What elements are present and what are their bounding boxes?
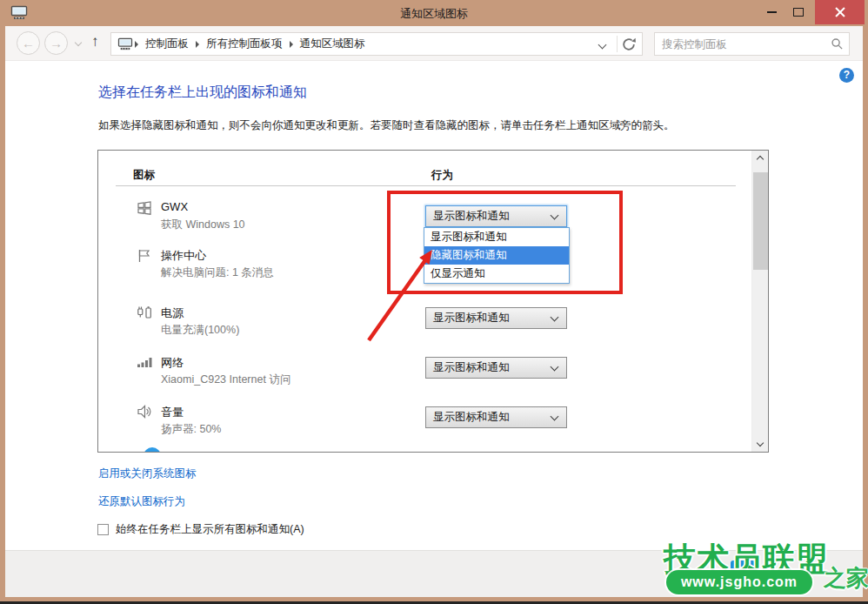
- minimize-button[interactable]: [758, 0, 785, 24]
- volume-icon: [136, 403, 153, 420]
- breadcrumb-control-panel[interactable]: 控制面板: [140, 37, 194, 51]
- scroll-down-button[interactable]: [752, 437, 769, 452]
- window-title: 通知区域图标: [0, 6, 868, 22]
- list-scrollbar[interactable]: [751, 151, 768, 452]
- always-show-checkbox-row[interactable]: 始终在任务栏上显示所有图标和通知(A): [97, 522, 304, 537]
- navigation-bar: ← → ↑ 控制面板 所有控制面板项 通知区域图标: [5, 26, 863, 61]
- checkbox-label[interactable]: 始终在任务栏上显示所有图标和通知(A): [116, 522, 304, 537]
- dropdown-option-notifications-only[interactable]: 仅显示通知: [424, 265, 569, 283]
- chevron-down-icon: [757, 440, 764, 446]
- item-name: 操作中心: [161, 248, 206, 264]
- control-panel-icon-svg: [117, 37, 133, 50]
- search-icon[interactable]: [831, 37, 844, 50]
- content-area: ? 选择在任务栏上出现的图标和通知 如果选择隐藏图标和通知，则不会向你通知更改和…: [5, 61, 863, 597]
- title-bar: 通知区域图标: [0, 0, 868, 26]
- item-name: 音量: [161, 405, 184, 420]
- refresh-icon: [621, 37, 637, 52]
- icon-behavior-list: 图标 行为 GWX 获取 Windows 10 显示图标和通知: [97, 150, 769, 453]
- item-name: GWX: [161, 200, 188, 213]
- minimize-icon: [767, 11, 777, 13]
- item-description: 扬声器: 50%: [161, 422, 221, 437]
- dropdown-value: 显示图标和通知: [433, 411, 510, 423]
- header-divider: [116, 185, 736, 186]
- close-button[interactable]: [815, 0, 865, 24]
- breadcrumb-separator-icon: [135, 41, 138, 48]
- back-button[interactable]: ←: [17, 31, 40, 55]
- breadcrumb-notification-icons[interactable]: 通知区域图标: [295, 37, 371, 51]
- link-system-icons[interactable]: 启用或关闭系统图标: [98, 466, 197, 481]
- dropdown-value: 显示图标和通知: [433, 361, 510, 373]
- chevron-up-icon: [757, 156, 764, 163]
- watermark-suffix: 之家: [824, 563, 868, 594]
- behavior-dropdown-gwx[interactable]: 显示图标和通知: [425, 205, 567, 227]
- page-title: 选择在任务栏上出现的图标和通知: [98, 84, 307, 102]
- breadcrumb-separator-icon: [196, 41, 199, 48]
- breadcrumb-separator-icon: [290, 41, 293, 48]
- chevron-down-icon: [551, 363, 559, 372]
- scroll-up-button[interactable]: [752, 151, 769, 165]
- chevron-down-icon: [551, 211, 559, 220]
- help-icon[interactable]: ?: [839, 68, 854, 83]
- back-icon: ←: [22, 36, 35, 50]
- search-input[interactable]: [662, 34, 823, 54]
- breadcrumb-all-items[interactable]: 所有控制面板项: [201, 37, 288, 51]
- always-show-checkbox[interactable]: [97, 524, 109, 535]
- column-header-behavior: 行为: [431, 168, 453, 183]
- watermark-url: www.jsgho.com: [666, 570, 812, 594]
- behavior-dropdown-volume[interactable]: 显示图标和通知: [425, 406, 567, 428]
- behavior-dropdown-power[interactable]: 显示图标和通知: [425, 307, 567, 329]
- address-dropdown-chevron-icon[interactable]: [598, 41, 607, 50]
- item-name: 网络: [161, 355, 184, 371]
- page-description: 如果选择隐藏图标和通知，则不会向你通知更改和更新。若要随时查看隐藏的图标，请单击…: [98, 118, 675, 133]
- network-icon: [136, 353, 153, 371]
- item-description: 电量充满(100%): [161, 323, 239, 338]
- dropdown-option-hide[interactable]: 隐藏图标和通知: [424, 246, 569, 265]
- up-button[interactable]: ↑: [91, 33, 99, 50]
- chevron-down-icon: [551, 313, 559, 322]
- column-header-icon: 图标: [133, 168, 155, 183]
- notification-area-icons-window: 通知区域图标 ← → ↑ 控制面板 所有控制面板项: [0, 0, 868, 604]
- search-box: [654, 32, 850, 56]
- dropdown-value: 显示图标和通知: [433, 312, 510, 324]
- item-description: Xiaomi_C923 Internet 访问: [161, 372, 290, 387]
- dropdown-value: 显示图标和通知: [433, 210, 510, 222]
- behavior-dropdown-network[interactable]: 显示图标和通知: [425, 357, 567, 379]
- forward-button[interactable]: →: [44, 31, 68, 55]
- address-divider: [617, 36, 618, 52]
- scrollbar-thumb[interactable]: [753, 172, 768, 270]
- item-description: 获取 Windows 10: [161, 218, 245, 232]
- dropdown-option-show[interactable]: 显示图标和通知: [424, 228, 569, 246]
- partial-item-icon: [144, 447, 161, 453]
- chevron-down-icon: [551, 413, 559, 421]
- behavior-dropdown-open-list: 显示图标和通知 隐藏图标和通知 仅显示通知: [424, 227, 570, 284]
- power-icon: [136, 304, 153, 321]
- link-restore-default[interactable]: 还原默认图标行为: [98, 494, 185, 509]
- address-bar[interactable]: 控制面板 所有控制面板项 通知区域图标: [110, 32, 643, 56]
- windows-logo-icon: [136, 199, 153, 217]
- recent-pages-chevron-icon[interactable]: [75, 39, 82, 46]
- refresh-button[interactable]: [621, 37, 638, 52]
- item-description: 解决电脑问题: 1 条消息: [161, 265, 274, 280]
- item-name: 电源: [161, 305, 184, 321]
- flag-icon: [136, 247, 153, 265]
- maximize-icon: [793, 8, 804, 17]
- forward-icon: →: [50, 36, 63, 50]
- control-panel-icon[interactable]: [117, 37, 133, 50]
- maximize-button[interactable]: [785, 0, 811, 24]
- close-icon: [834, 6, 846, 18]
